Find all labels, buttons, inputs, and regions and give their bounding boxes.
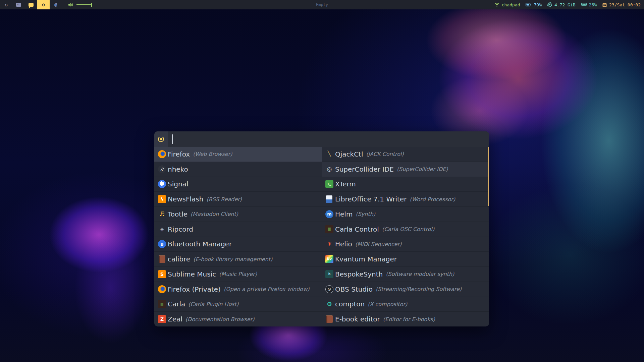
helio-icon: ☀ bbox=[325, 240, 333, 248]
app-item-signal[interactable]: Signal bbox=[154, 177, 322, 192]
launcher-results: Firefox (Web Browser) ∕∕ nheko Signal ϟ … bbox=[154, 147, 489, 326]
app-description: (E-book library management) bbox=[193, 256, 272, 262]
wifi-icon bbox=[494, 3, 499, 7]
app-name: BespokeSynth bbox=[335, 270, 383, 278]
xterm-icon: $_ bbox=[325, 180, 333, 188]
writer-icon bbox=[326, 195, 332, 203]
ebook-icon bbox=[326, 315, 333, 323]
ripcord-icon: ◈ bbox=[158, 225, 166, 233]
launcher-scrollbar[interactable] bbox=[488, 147, 489, 206]
app-item-ripcord[interactable]: ◈ Ripcord bbox=[154, 222, 322, 237]
app-description: (Editor for E-books) bbox=[383, 316, 435, 322]
app-name: Zeal bbox=[168, 315, 182, 323]
app-name: nheko bbox=[168, 165, 188, 173]
app-item-xterm[interactable]: $_ XTerm bbox=[322, 177, 489, 192]
battery-icon bbox=[526, 3, 531, 6]
app-description: (Music Player) bbox=[219, 271, 257, 277]
app-item-kvantum[interactable]: Kv Kvantum Manager bbox=[322, 252, 489, 267]
app-description: (Streaming/Recording Software) bbox=[376, 286, 462, 292]
volume-slider[interactable] bbox=[76, 4, 92, 5]
app-item-nheko[interactable]: ∕∕ nheko bbox=[154, 162, 322, 177]
app-item-calibre[interactable]: calibre (E-book library management) bbox=[154, 252, 322, 267]
workspace-chat[interactable] bbox=[25, 0, 37, 9]
app-item-obs[interactable]: ⊙ OBS Studio (Streaming/Recording Softwa… bbox=[322, 282, 489, 297]
signal-icon bbox=[158, 180, 166, 188]
app-item-sublime[interactable]: S Sublime Music (Music Player) bbox=[154, 267, 322, 282]
app-item-tootle[interactable]: ♬ Tootle (Mastodon Client) bbox=[154, 207, 322, 222]
workspace-settings-active[interactable]: ⚙ bbox=[37, 0, 50, 9]
volume-slider-handle[interactable] bbox=[91, 3, 92, 7]
tootle-icon: ♬ bbox=[158, 210, 166, 218]
app-item-supercollider[interactable]: ◎ SuperCollider IDE (SuperCollider IDE) bbox=[322, 162, 489, 177]
app-name: Helm bbox=[335, 210, 353, 218]
speaker-icon bbox=[68, 2, 73, 7]
browser-swirl-icon: ↻ bbox=[5, 2, 8, 7]
bespoke-icon: b bbox=[325, 270, 333, 278]
app-description: (Carla Plugin Host) bbox=[188, 301, 238, 307]
launcher-column-right: ╲ QjackCtl (JACK Control) ◎ SuperCollide… bbox=[322, 147, 489, 326]
desktop-wallpaper: ↻ >_ ⚙ @ Empty bbox=[0, 0, 644, 362]
memory-module: 4.72 GiB bbox=[547, 2, 576, 7]
app-item-zeal[interactable]: Z Zeal (Documentation Browser) bbox=[154, 312, 322, 326]
app-item-carla_control[interactable]: ≣ Carla Control (Carla OSC Control) bbox=[322, 222, 489, 237]
battery-percent: 79% bbox=[534, 2, 541, 7]
cpu-percent: 26% bbox=[589, 2, 597, 7]
calendar-icon bbox=[602, 3, 607, 7]
ram-icon bbox=[581, 3, 587, 6]
workspace-social[interactable]: @ bbox=[50, 0, 62, 9]
app-name: NewsFlash bbox=[168, 195, 203, 203]
app-description: (Word Processor) bbox=[410, 196, 455, 202]
cpu-module: 26% bbox=[581, 2, 597, 7]
app-name: Signal bbox=[168, 180, 188, 188]
app-name: calibre bbox=[168, 255, 190, 263]
app-item-writer[interactable]: LibreOffice 7.1 Writer (Word Processor) bbox=[322, 192, 489, 207]
app-description: (X compositor) bbox=[368, 301, 407, 307]
app-item-carla[interactable]: ≣ Carla (Carla Plugin Host) bbox=[154, 297, 322, 312]
bluetooth-icon: B bbox=[158, 240, 166, 248]
app-name: Sublime Music bbox=[168, 270, 216, 278]
workspace-terminal[interactable]: >_ bbox=[12, 0, 25, 9]
search-input[interactable] bbox=[168, 131, 489, 147]
app-item-helm[interactable]: m Helm (Synth) bbox=[322, 207, 489, 222]
newsflash-icon: ϟ bbox=[158, 195, 166, 203]
volume-module[interactable] bbox=[68, 2, 92, 7]
at-icon: @ bbox=[54, 2, 57, 7]
app-name: Helio bbox=[335, 240, 352, 248]
app-name: LibreOffice 7.1 Writer bbox=[335, 195, 407, 203]
network-name: chadpad bbox=[502, 2, 520, 7]
app-item-qjackctl[interactable]: ╲ QjackCtl (JACK Control) bbox=[322, 147, 489, 162]
app-name: Carla bbox=[168, 300, 185, 308]
app-name: QjackCtl bbox=[335, 150, 363, 158]
app-description: (Synth) bbox=[356, 211, 375, 217]
compton-icon: ⚙ bbox=[325, 300, 333, 308]
carla-icon: ≣ bbox=[158, 300, 166, 308]
app-name: Tootle bbox=[168, 210, 187, 218]
app-name: XTerm bbox=[335, 180, 356, 188]
firefox-icon bbox=[158, 150, 166, 158]
status-modules: chadpad 79% 4.72 GiB bbox=[494, 2, 644, 7]
app-item-compton[interactable]: ⚙ compton (X compositor) bbox=[322, 297, 489, 312]
chip-icon bbox=[547, 2, 552, 7]
workspace-browser[interactable]: ↻ bbox=[0, 0, 12, 9]
app-description: (JACK Control) bbox=[366, 151, 404, 157]
app-item-ebook[interactable]: E-book editor (Editor for E-books) bbox=[322, 312, 489, 326]
app-item-firefox_private[interactable]: Firefox (Private) (Open a private Firefo… bbox=[154, 282, 322, 297]
app-name: Carla Control bbox=[335, 225, 379, 233]
app-item-newsflash[interactable]: ϟ NewsFlash (RSS Reader) bbox=[154, 192, 322, 207]
nheko-icon: ∕∕ bbox=[158, 165, 166, 173]
run-mode-icon bbox=[157, 135, 165, 143]
date-time: 23/Sat 00:02 bbox=[609, 2, 641, 7]
app-name: Ripcord bbox=[168, 225, 193, 233]
carla_control-icon: ≣ bbox=[325, 225, 333, 233]
battery-module: 79% bbox=[526, 2, 541, 7]
app-name: Bluetooth Manager bbox=[168, 240, 232, 248]
app-item-bluetooth[interactable]: B Bluetooth Manager bbox=[154, 237, 322, 252]
focused-window-title: Empty bbox=[316, 2, 328, 7]
app-item-firefox[interactable]: Firefox (Web Browser) bbox=[154, 147, 322, 162]
app-item-helio[interactable]: ☀ Helio (MIDI Sequencer) bbox=[322, 237, 489, 252]
app-name: OBS Studio bbox=[335, 285, 373, 293]
app-item-bespoke[interactable]: b BespokeSynth (Software modular synth) bbox=[322, 267, 489, 282]
launcher-mode-box[interactable] bbox=[154, 131, 168, 147]
supercollider-icon: ◎ bbox=[325, 165, 333, 173]
qjackctl-icon: ╲ bbox=[325, 150, 333, 158]
